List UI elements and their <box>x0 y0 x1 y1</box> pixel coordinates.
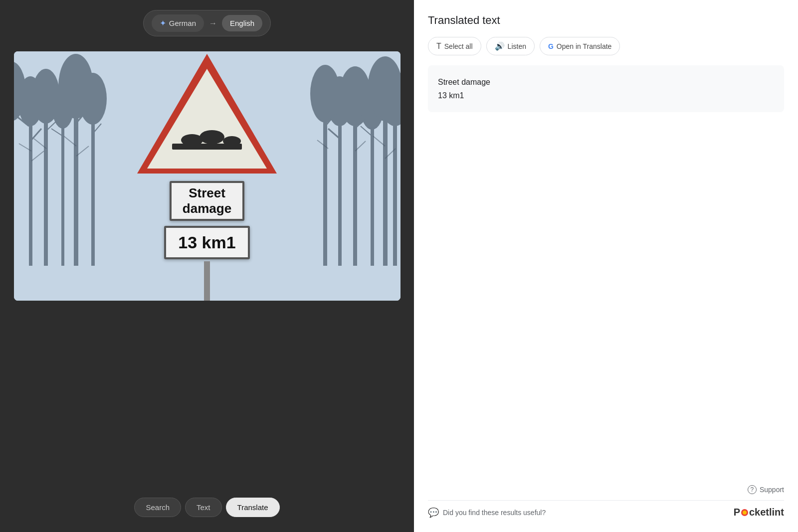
triangle-sign-container <box>135 51 279 176</box>
panel-title: Translated text <box>428 14 784 27</box>
sign-center: Street damage 13 km1 <box>135 51 279 301</box>
sign-pole <box>204 261 210 301</box>
feedback-left: 💬 Did you find these results useful? <box>428 507 546 518</box>
brand-cketlint: cketlint <box>749 507 784 518</box>
sign-plate-1: Street damage <box>170 181 244 221</box>
sign-image: Street damage 13 km1 <box>14 51 400 301</box>
svg-rect-7 <box>61 106 64 266</box>
feedback-question: Did you find these results useful? <box>443 509 546 517</box>
left-panel: ✦ German → English <box>0 0 414 532</box>
brand-p: P <box>734 507 740 518</box>
feedback-icon: 💬 <box>428 507 439 518</box>
source-language-label: German <box>169 19 196 27</box>
translated-line-2: 13 km1 <box>438 89 774 102</box>
google-translate-icon: G <box>548 42 554 50</box>
svg-rect-25 <box>371 106 374 266</box>
source-language-button[interactable]: ✦ German <box>152 14 204 32</box>
brand-dot <box>741 509 748 516</box>
listen-icon: 🔊 <box>495 41 505 51</box>
feedback-row: 💬 Did you find these results useful? P c… <box>428 500 784 524</box>
support-row: ? Support <box>428 485 784 494</box>
arrow-icon: → <box>209 19 217 28</box>
right-panel: Translated text T Select all 🔊 Listen G … <box>414 0 798 532</box>
svg-point-50 <box>223 136 241 146</box>
support-icon: ? <box>748 485 757 494</box>
text-signs: Street damage 13 km1 <box>164 181 249 259</box>
translated-content: Street damage 13 km1 <box>428 65 784 112</box>
sign-image-container: Street damage 13 km1 <box>14 51 400 301</box>
bottom-nav: Search Text Translate <box>134 498 279 517</box>
support-label[interactable]: Support <box>760 486 784 494</box>
target-language-label: English <box>230 19 254 27</box>
select-all-button[interactable]: T Select all <box>428 37 481 55</box>
translated-line-1: Street damage <box>438 75 774 89</box>
target-language-button[interactable]: English <box>222 15 262 31</box>
bottom-area: ? Support 💬 Did you find these results u… <box>414 477 798 532</box>
sign-plate-2: 13 km1 <box>164 226 249 259</box>
pocketlint-logo: P cketlint <box>734 507 784 518</box>
select-all-icon: T <box>436 42 441 51</box>
sparkle-icon: ✦ <box>160 18 166 28</box>
svg-point-12 <box>79 73 107 125</box>
open-in-translate-button[interactable]: G Open in Translate <box>540 37 620 55</box>
listen-button[interactable]: 🔊 Listen <box>486 37 535 55</box>
action-buttons: T Select all 🔊 Listen G Open in Translat… <box>428 37 784 55</box>
text-nav-button[interactable]: Text <box>185 498 222 517</box>
svg-point-49 <box>200 130 224 144</box>
triangle-sign-svg <box>135 51 279 176</box>
language-bar: ✦ German → English <box>143 10 271 36</box>
translate-nav-button[interactable]: Translate <box>226 498 280 517</box>
svg-marker-46 <box>147 69 267 169</box>
search-nav-button[interactable]: Search <box>134 498 181 517</box>
